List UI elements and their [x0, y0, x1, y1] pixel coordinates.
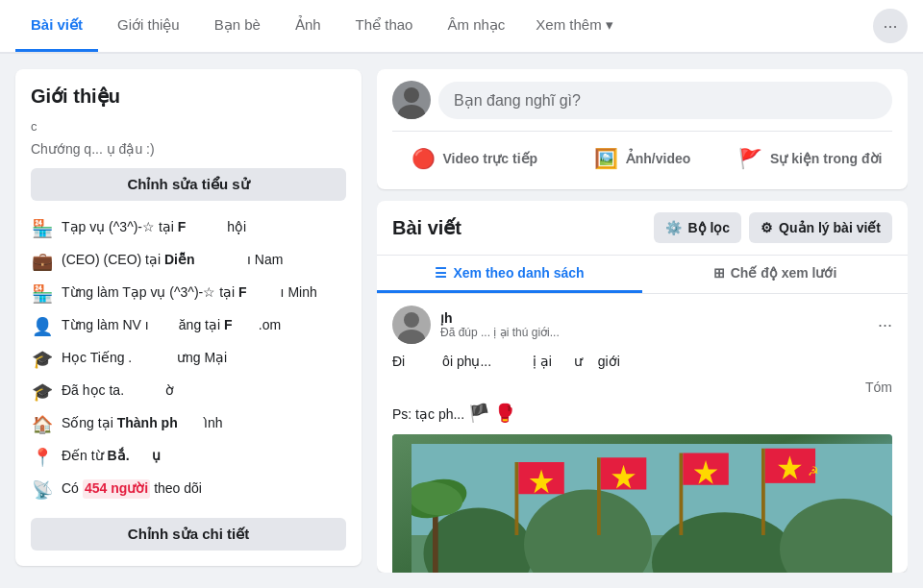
graduation-icon: 🎓	[31, 349, 54, 370]
list-icon: ☰	[435, 265, 447, 281]
graduation2-icon: 🎓	[31, 381, 54, 403]
person-icon: 👤	[31, 316, 54, 337]
edit-bio-button[interactable]: Chỉnh sửa tiểu sử	[31, 168, 346, 201]
nav-tabs: Bài viết Giới thiệu Bạn bè Ảnh Thể thao …	[15, 0, 625, 52]
post-summary: Tóm	[392, 380, 892, 395]
nav-options-button[interactable]: ···	[873, 9, 908, 43]
post-input[interactable]: Bạn đang nghĩ gì?	[438, 82, 892, 119]
tab-bai-viet[interactable]: Bài viết	[15, 0, 98, 52]
photo-icon: 🖼️	[594, 147, 618, 170]
video-live-button[interactable]: 🔴 Video trực tiếp	[392, 139, 557, 178]
post-time: Đã đúp ... ị ại thú giới...	[440, 326, 560, 339]
manage-icon: ⚙	[761, 220, 773, 235]
edu-line: Chướng q... ụ đậu :)	[31, 141, 346, 157]
intro-title: Giới thiệu	[31, 85, 346, 108]
info-item-job2: 💼 (CEO) (CEO) tại Diễn ı Nam	[31, 245, 346, 278]
info-item-edu2: 🎓 Đã học ta. ờ	[31, 376, 346, 408]
post-author-avatar	[392, 306, 431, 344]
home-icon: 🏠	[31, 414, 54, 435]
intro-subtitle: c	[31, 119, 346, 134]
svg-point-0	[404, 87, 419, 103]
info-item-followers: 📡 Có 454 người theo dõi	[31, 474, 346, 506]
post-card: ı̣h Đã đúp ... ị ại thú giới... ··· Đi ô…	[377, 294, 908, 573]
view-tabs: ☰ Xem theo danh sách ⊞ Chế độ xem lưới	[377, 256, 908, 294]
user-avatar	[392, 81, 431, 119]
info-item-job1: 🏪 Tạp vụ (^3^)-☆ tại F hội	[31, 212, 346, 245]
tab-the-thao[interactable]: Thể thao	[340, 0, 429, 52]
post-text-line2: Ps: tạc ph... 🏴 🥊	[392, 401, 892, 427]
info-item-job3: 🏪 Từng làm Tạp vụ (^3^)-☆ tại F ı Minh	[31, 278, 346, 310]
flag-icon: 🚩	[738, 147, 762, 170]
post-author-info: ı̣h Đã đúp ... ị ại thú giới...	[440, 310, 560, 339]
tab-xem-them[interactable]: Xem thêm ▾	[524, 0, 624, 52]
edit-detail-button[interactable]: Chỉnh sửa chi tiết	[31, 518, 346, 551]
main-content: Giới thiệu c Chướng q... ụ đậu :) Chỉnh …	[0, 54, 923, 588]
sidebar: Giới thiệu c Chướng q... ụ đậu :) Chỉnh …	[15, 69, 362, 573]
posts-section: Bài viết ⚙️ Bộ lọc ⚙ Quản lý bài viết ☰ …	[377, 201, 908, 573]
filter-icon: ⚙️	[665, 220, 682, 235]
right-content: Bạn đang nghĩ gì? 🔴 Video trực tiếp 🖼️ Ả…	[377, 69, 908, 573]
svg-point-2	[404, 312, 419, 328]
tab-gioi-thieu[interactable]: Giới thiệu	[102, 0, 195, 52]
store-icon: 🏪	[31, 218, 54, 239]
life-event-button[interactable]: 🚩 Sự kiện trong đời	[728, 139, 892, 178]
ellipsis-icon: ···	[883, 16, 897, 37]
video-icon: 🔴	[412, 147, 436, 170]
tab-anh[interactable]: Ảnh	[280, 0, 337, 52]
info-item-job4: 👤 Từng làm NV ı ăng tại F .om	[31, 310, 346, 343]
svg-rect-13	[515, 462, 519, 535]
svg-point-1	[398, 105, 425, 119]
filter-button[interactable]: ⚙️ Bộ lọc	[654, 212, 741, 243]
tab-list-view[interactable]: ☰ Xem theo danh sách	[377, 256, 642, 293]
post-text-line1: Đi ôi phụ... ị ại ư giới	[392, 352, 892, 372]
svg-rect-16	[597, 457, 601, 535]
briefcase-icon: 💼	[31, 251, 54, 272]
flag-scene: ☭	[392, 434, 892, 573]
chevron-down-icon: ▾	[606, 16, 613, 34]
post-meta: ı̣h Đã đúp ... ị ại thú giới... ···	[392, 306, 892, 344]
photo-video-button[interactable]: 🖼️ Ảnh/video	[561, 139, 725, 178]
grid-icon: ⊞	[713, 265, 725, 281]
info-item-home: 🏠 Sống tại Thành ph ı̀nh	[31, 408, 346, 441]
svg-point-3	[398, 330, 425, 344]
info-item-edu1: 🎓 Học Tiếng . ưng Mại	[31, 343, 346, 376]
intro-card: Giới thiệu c Chướng q... ụ đậu :) Chỉnh …	[15, 69, 362, 566]
svg-rect-19	[680, 453, 684, 536]
info-item-from: 📍 Đến từ Bắ. ụ	[31, 441, 346, 474]
tab-ban-be[interactable]: Bạn bè	[199, 0, 276, 52]
tab-am-nhac[interactable]: Âm nhạc	[432, 0, 520, 52]
post-input-row: Bạn đang nghĩ gì?	[392, 81, 892, 119]
follower-count: 454 người	[83, 479, 150, 499]
post-image: ☭	[392, 434, 892, 573]
svg-rect-22	[761, 449, 765, 535]
antenna-icon: 📡	[31, 479, 54, 501]
location-icon: 📍	[31, 447, 54, 468]
svg-text:☭: ☭	[808, 464, 819, 478]
manage-posts-button[interactable]: ⚙ Quản lý bài viết	[749, 212, 892, 243]
store2-icon: 🏪	[31, 283, 54, 305]
post-author-name: ı̣h	[440, 310, 560, 326]
profile-nav: Bài viết Giới thiệu Bạn bè Ảnh Thể thao …	[0, 0, 923, 54]
post-box: Bạn đang nghĩ gì? 🔴 Video trực tiếp 🖼️ Ả…	[377, 69, 908, 189]
post-more-button[interactable]: ···	[878, 315, 892, 335]
post-actions: 🔴 Video trực tiếp 🖼️ Ảnh/video 🚩 Sự kiện…	[392, 131, 892, 178]
tab-grid-view[interactable]: ⊞ Chế độ xem lưới	[642, 256, 908, 293]
posts-header: Bài viết ⚙️ Bộ lọc ⚙ Quản lý bài viết	[377, 201, 908, 256]
posts-title: Bài viết	[392, 216, 462, 239]
posts-controls: ⚙️ Bộ lọc ⚙ Quản lý bài viết	[654, 212, 892, 243]
